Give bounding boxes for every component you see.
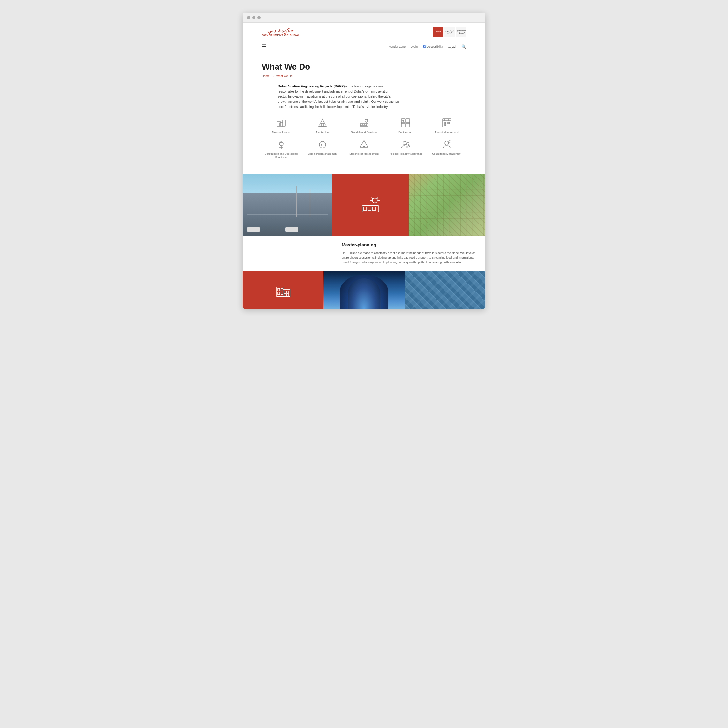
description-text: Dubai Aviation Engineering Projects (DAE…	[278, 84, 399, 110]
smart-airport-svg	[361, 196, 380, 214]
construction-icon	[275, 139, 287, 150]
breadcrumb-home[interactable]: Home	[262, 74, 269, 78]
service-engineering[interactable]: Engineering	[386, 117, 425, 134]
svg-line-15	[367, 119, 368, 120]
project-management-icon	[441, 117, 453, 128]
svg-rect-42	[362, 206, 379, 212]
service-reliability[interactable]: Projects Reliability Assurance	[386, 139, 425, 159]
tarmac-line	[252, 206, 323, 206]
service-construction[interactable]: Construction and Operational Readiness	[262, 139, 301, 159]
engineering-icon	[400, 117, 411, 128]
login-link[interactable]: Login	[411, 45, 418, 48]
architecture-tile[interactable]	[243, 271, 323, 309]
arabic-link[interactable]: العربية	[448, 45, 456, 48]
service-smart-airport-label: Smart Airport Solutions	[351, 131, 377, 134]
search-icon[interactable]: 🔍	[461, 44, 466, 49]
svg-point-37	[403, 141, 406, 145]
gallery-section-1	[243, 174, 485, 236]
breadcrumb-arrow: →	[271, 74, 274, 78]
browser-window: حكومة دبي GOVERNMENT OF DUBAI DAEP دبي ل…	[243, 13, 485, 309]
service-stakeholder-label: Stakeholder Management	[349, 152, 379, 156]
floor-line	[323, 303, 404, 303]
service-stakeholder[interactable]: Stakeholder Management	[344, 139, 384, 159]
stakeholder-icon	[358, 139, 370, 150]
header-badges: DAEP دبي للطيرانالمدني Dubai AviationEng…	[433, 26, 466, 37]
svg-text:₿: ₿	[321, 143, 323, 147]
vendor-zone-link[interactable]: Vendor Zone	[389, 45, 405, 48]
service-master-planning-label: Master-planning	[272, 131, 290, 134]
masterplan-text-area: Master-planning DAEP plans are made to c…	[332, 236, 485, 271]
svg-rect-60	[284, 294, 286, 297]
smart-airport-tile[interactable]	[332, 174, 409, 236]
sky	[243, 174, 332, 193]
dcaa-badge[interactable]: دبي للطيرانالمدني	[445, 26, 455, 37]
svg-line-48	[372, 197, 373, 199]
svg-rect-55	[281, 288, 283, 291]
svg-point-46	[372, 198, 378, 203]
architecture-icon	[317, 117, 328, 128]
svg-rect-44	[368, 207, 371, 211]
accessibility-link[interactable]: ♿ Accessibility	[423, 45, 443, 48]
logo-area[interactable]: حكومة دبي GOVERNMENT OF DUBAI	[262, 27, 299, 37]
masterplan-section: Master-planning DAEP plans are made to c…	[243, 236, 485, 271]
glass-facade-photo	[405, 271, 485, 309]
logo-english: GOVERNMENT OF DUBAI	[262, 34, 299, 37]
bottom-gallery	[243, 271, 485, 309]
svg-rect-58	[284, 291, 286, 294]
architecture-svg	[275, 282, 291, 298]
bus-2	[286, 227, 298, 232]
svg-line-14	[365, 119, 365, 120]
svg-line-41	[449, 142, 451, 142]
svg-point-38	[407, 142, 409, 145]
svg-marker-5	[319, 119, 326, 127]
aerial-overlay	[409, 174, 485, 236]
service-project-management-label: Project Management	[435, 131, 459, 134]
service-project-management[interactable]: Project Management	[427, 117, 466, 134]
tarmac	[243, 193, 332, 236]
browser-dot-3	[257, 16, 260, 19]
svg-rect-61	[287, 294, 289, 297]
reliability-icon	[400, 139, 411, 150]
service-reliability-label: Projects Reliability Assurance	[388, 152, 422, 156]
svg-rect-26	[444, 122, 446, 124]
light-pole	[296, 186, 297, 217]
daep-badge-2[interactable]: Dubai AviationEngineeringProjects	[456, 26, 466, 37]
service-construction-label: Construction and Operational Readiness	[262, 152, 301, 159]
browser-toolbar	[243, 13, 485, 23]
service-smart-airport[interactable]: Smart Airport Solutions	[344, 117, 384, 134]
service-architecture[interactable]: Architecture	[303, 117, 342, 134]
svg-rect-57	[281, 292, 283, 295]
service-commercial[interactable]: ₿ Commercial Management	[303, 139, 342, 159]
daep-badge[interactable]: DAEP	[433, 26, 443, 37]
master-planning-icon	[275, 117, 287, 128]
site-header: حكومة دبي GOVERNMENT OF DUBAI DAEP دبي ل…	[243, 23, 485, 41]
description-rest: is the leading organisation responsible …	[278, 85, 399, 109]
svg-rect-18	[401, 123, 405, 127]
svg-rect-27	[444, 124, 446, 126]
service-consultants-label: Consultants Management	[432, 152, 461, 156]
services-grid: Master-planning Architecture	[262, 117, 466, 134]
svg-point-12	[365, 119, 367, 122]
light-pole-2	[310, 189, 310, 217]
svg-rect-11	[365, 124, 367, 126]
glass-reflection	[405, 271, 485, 309]
tunnel-photo	[323, 271, 404, 309]
svg-line-49	[377, 197, 378, 199]
hamburger-menu[interactable]: ☰	[262, 43, 266, 49]
airport-tarmac-photo	[243, 174, 332, 236]
svg-rect-6	[321, 123, 324, 127]
svg-rect-56	[278, 292, 280, 295]
svg-rect-45	[372, 207, 376, 211]
browser-dot-1	[247, 16, 250, 19]
logo-arabic: حكومة دبي	[267, 27, 294, 34]
service-consultants[interactable]: Consultants Management	[427, 139, 466, 159]
masterplan-left-gap	[243, 236, 332, 271]
service-commercial-label: Commercial Management	[308, 152, 338, 156]
svg-rect-19	[406, 123, 410, 127]
nav-bar: ☰ Vendor Zone Login ♿ Accessibility العر…	[243, 41, 485, 52]
browser-dot-2	[252, 16, 255, 19]
services-grid-row2: Construction and Operational Readiness ₿…	[262, 139, 466, 159]
svg-rect-9	[361, 124, 362, 126]
bus-1	[247, 227, 260, 232]
service-master-planning[interactable]: Master-planning	[262, 117, 301, 134]
